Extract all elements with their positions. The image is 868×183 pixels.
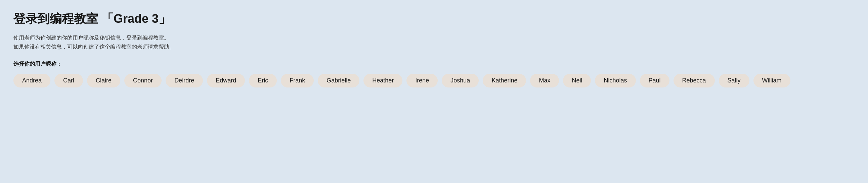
nickname-button-nicholas[interactable]: Nicholas [595,74,636,87]
nickname-button-max[interactable]: Max [530,74,559,87]
nickname-button-carl[interactable]: Carl [54,74,83,87]
page-title: 登录到编程教室 「Grade 3」 [13,11,855,27]
nickname-button-deirdre[interactable]: Deirdre [165,74,203,87]
nickname-button-rebecca[interactable]: Rebecca [674,74,715,87]
nickname-button-edward[interactable]: Edward [207,74,245,87]
nickname-button-katherine[interactable]: Katherine [483,74,526,87]
description-line1: 使用老师为你创建的你的用户昵称及秘钥信息，登录到编程教室。 [13,33,855,42]
nickname-button-paul[interactable]: Paul [640,74,670,87]
section-label: 选择你的用户昵称： [13,61,855,68]
nickname-button-neil[interactable]: Neil [563,74,591,87]
nickname-button-heather[interactable]: Heather [364,74,402,87]
description-text: 使用老师为你创建的你的用户昵称及秘钥信息，登录到编程教室。 如果你没有相关信息，… [13,33,855,51]
nickname-button-william[interactable]: William [753,74,790,87]
nickname-button-irene[interactable]: Irene [406,74,438,87]
nickname-button-joshua[interactable]: Joshua [442,74,479,87]
nickname-button-sally[interactable]: Sally [719,74,749,87]
nickname-button-claire[interactable]: Claire [87,74,120,87]
nickname-button-frank[interactable]: Frank [281,74,314,87]
nickname-button-andrea[interactable]: Andrea [13,74,51,87]
description-line2: 如果你没有相关信息，可以向创建了这个编程教室的老师请求帮助。 [13,42,855,51]
nickname-grid: AndreaCarlClaireConnorDeirdreEdwardEricF… [13,74,855,87]
nickname-button-connor[interactable]: Connor [124,74,162,87]
nickname-button-gabrielle[interactable]: Gabrielle [318,74,360,87]
nickname-button-eric[interactable]: Eric [249,74,277,87]
